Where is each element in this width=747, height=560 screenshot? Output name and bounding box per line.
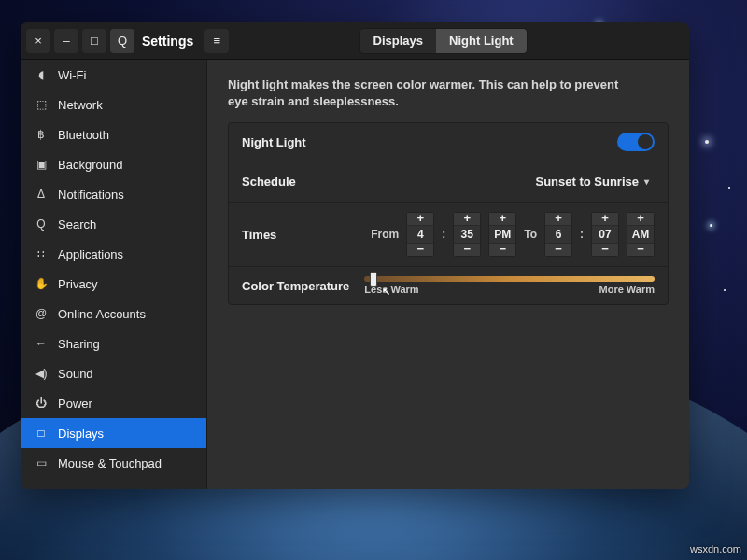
sidebar-item-wi-fi[interactable]: ◖Wi-Fi xyxy=(21,60,206,90)
sound-icon: ◀) xyxy=(34,366,49,381)
from-label: From xyxy=(371,228,399,241)
plus-icon[interactable]: + xyxy=(627,213,654,226)
chevron-down-icon: ▾ xyxy=(644,176,649,187)
plus-icon[interactable]: + xyxy=(545,213,571,226)
from-minute-stepper[interactable]: + 35 − xyxy=(453,212,481,257)
sidebar-item-sharing[interactable]: ←Sharing xyxy=(21,329,206,358)
minimize-icon: – xyxy=(63,34,69,48)
sidebar-item-label: Privacy xyxy=(58,277,98,291)
schedule-label: Schedule xyxy=(242,175,296,189)
sharing-icon: ← xyxy=(34,336,49,351)
sidebar-item-label: Network xyxy=(58,98,103,112)
bluetooth-icon: ฿ xyxy=(34,127,49,142)
minus-icon[interactable]: − xyxy=(592,243,618,256)
sidebar-item-label: Background xyxy=(58,158,122,172)
privacy-icon: ✋ xyxy=(34,276,49,291)
watermark: wsxdn.com xyxy=(690,543,741,554)
search-icon: Q xyxy=(118,34,127,48)
plus-icon[interactable]: + xyxy=(454,213,480,226)
maximize-icon: □ xyxy=(91,34,98,48)
tab-displays[interactable]: Displays xyxy=(360,29,436,53)
sidebar-item-online-accounts[interactable]: @Online Accounts xyxy=(21,299,206,329)
sidebar-item-search[interactable]: QSearch xyxy=(21,209,206,239)
sidebar-item-label: Sound xyxy=(58,367,93,381)
to-hour-value: 6 xyxy=(545,226,571,243)
schedule-value: Sunset to Sunrise xyxy=(535,175,639,189)
sidebar-item-displays[interactable]: □Displays xyxy=(21,418,206,448)
from-hour-value: 4 xyxy=(407,226,433,243)
plus-icon[interactable]: + xyxy=(592,213,618,226)
applications-icon: ∷ xyxy=(34,246,49,261)
tab-night-light[interactable]: Night Light xyxy=(436,29,527,53)
to-label: To xyxy=(524,228,537,241)
sidebar-item-label: Applications xyxy=(58,247,123,261)
minus-icon[interactable]: − xyxy=(545,243,571,256)
search-button[interactable]: Q xyxy=(110,29,134,53)
sidebar-item-label: Sharing xyxy=(58,337,100,351)
minus-icon[interactable]: − xyxy=(489,243,515,256)
from-period-stepper[interactable]: + PM − xyxy=(488,212,516,257)
sidebar-item-power[interactable]: ⏻Power xyxy=(21,388,206,418)
sidebar-item-network[interactable]: ⬚Network xyxy=(21,90,206,119)
maximize-button[interactable]: □ xyxy=(82,29,106,53)
times-label: Times xyxy=(242,228,276,242)
minimize-button[interactable]: – xyxy=(54,29,78,53)
sidebar-item-notifications[interactable]: ΔNotifications xyxy=(21,179,206,209)
search-cat-icon: Q xyxy=(34,217,49,231)
notifications-icon: Δ xyxy=(34,187,49,202)
hamburger-icon: ≡ xyxy=(213,34,220,48)
hamburger-button[interactable]: ≡ xyxy=(204,29,229,53)
power-icon: ⏻ xyxy=(34,396,49,411)
sidebar-item-label: Wi-Fi xyxy=(58,68,86,82)
to-period-stepper[interactable]: + AM − xyxy=(627,212,655,257)
sidebar-item-privacy[interactable]: ✋Privacy xyxy=(21,269,206,299)
displays-icon: □ xyxy=(34,426,49,441)
night-light-label: Night Light xyxy=(242,135,306,149)
toggle-knob xyxy=(638,134,653,149)
to-hour-stepper[interactable]: + 6 − xyxy=(544,212,572,257)
window-title: Settings xyxy=(138,34,201,49)
header-tabs: Displays Night Light xyxy=(359,28,528,54)
plus-icon[interactable]: + xyxy=(407,213,433,226)
titlebar: × – □ Q Settings ≡ Displays Night Light xyxy=(21,22,689,60)
close-button[interactable]: × xyxy=(26,29,50,53)
to-minute-stepper[interactable]: + 07 − xyxy=(591,212,619,257)
sidebar-item-label: Mouse & Touchpad xyxy=(58,456,162,470)
minus-icon[interactable]: − xyxy=(454,243,480,256)
network-icon: ⬚ xyxy=(34,97,49,112)
night-light-description: Night light makes the screen color warme… xyxy=(228,77,620,109)
sidebar-item-mouse-touchpad[interactable]: ▭Mouse & Touchpad xyxy=(21,448,206,478)
color-temperature-label: Color Temperature xyxy=(242,279,349,293)
sidebar-item-label: Online Accounts xyxy=(58,307,146,321)
times-controls: From + 4 − : + 35 − + xyxy=(371,212,655,257)
settings-window: × – □ Q Settings ≡ Displays Night Light … xyxy=(21,22,689,489)
sidebar-item-background[interactable]: ▣Background xyxy=(21,149,206,179)
background-icon: ▣ xyxy=(34,157,49,172)
night-light-panel: Night Light Schedule Sunset to Sunrise ▾… xyxy=(228,122,669,305)
from-minute-value: 35 xyxy=(454,226,480,243)
sidebar-item-bluetooth[interactable]: ฿Bluetooth xyxy=(21,119,206,149)
from-hour-stepper[interactable]: + 4 − xyxy=(406,212,434,257)
content-pane: Night light makes the screen color warme… xyxy=(207,60,689,489)
sidebar-item-label: Notifications xyxy=(58,188,124,202)
slider-thumb[interactable] xyxy=(370,272,377,287)
night-light-toggle[interactable] xyxy=(617,133,655,151)
schedule-dropdown[interactable]: Sunset to Sunrise ▾ xyxy=(529,171,655,192)
sidebar[interactable]: ◖Wi-Fi⬚Network฿Bluetooth▣BackgroundΔNoti… xyxy=(21,60,207,489)
minus-icon[interactable]: − xyxy=(627,243,654,256)
to-period-value: AM xyxy=(627,226,654,243)
sidebar-item-label: Displays xyxy=(58,427,104,441)
color-temperature-slider[interactable] xyxy=(364,276,655,282)
wifi-icon: ◖ xyxy=(34,67,49,82)
sidebar-item-applications[interactable]: ∷Applications xyxy=(21,239,206,269)
plus-icon[interactable]: + xyxy=(489,213,515,226)
minus-icon[interactable]: − xyxy=(407,243,433,256)
to-minute-value: 07 xyxy=(592,226,618,243)
sidebar-item-label: Bluetooth xyxy=(58,128,109,142)
sidebar-item-sound[interactable]: ◀)Sound xyxy=(21,358,206,388)
sidebar-item-label: Search xyxy=(58,217,96,231)
close-icon: × xyxy=(35,34,42,48)
online-accounts-icon: @ xyxy=(34,306,49,321)
slider-max-label: More Warm xyxy=(599,284,655,295)
sidebar-item-label: Power xyxy=(58,397,92,411)
